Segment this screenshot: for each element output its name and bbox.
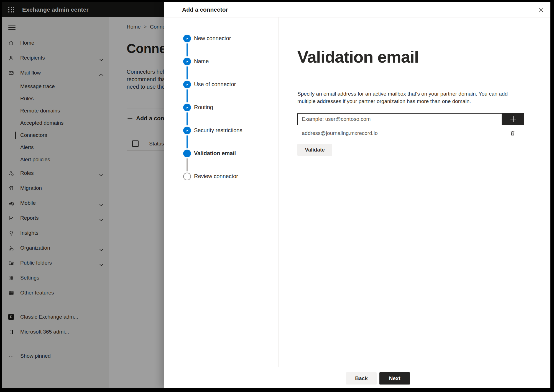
app-window: Exchange admin center Home Recipients Ma… [2, 2, 550, 388]
step-completed-icon [183, 81, 191, 88]
step-connector-line [187, 135, 188, 148]
plus-icon [509, 115, 517, 123]
step-security-restrictions: Security restrictions [164, 119, 278, 142]
step-content: Validation email Specify an email addres… [279, 17, 550, 367]
step-use-of-connector: Use of connector [164, 73, 278, 96]
add-connector-flyout: Add a connector New connector Name [164, 2, 550, 388]
step-upcoming-icon [183, 173, 191, 180]
step-review-connector: Review connector [164, 165, 278, 188]
delete-address-button[interactable] [508, 129, 517, 138]
step-completed-icon [183, 127, 191, 134]
step-routing: Routing [164, 96, 278, 119]
step-connector-line [187, 89, 188, 103]
step-label: Routing [194, 104, 213, 111]
email-input-row [297, 113, 524, 125]
step-description: Specify an email address for an active m… [297, 90, 519, 105]
step-connector-line [187, 43, 188, 57]
step-connector-line [187, 158, 188, 171]
wizard-stepper: New connector Name Use of connector [164, 17, 279, 367]
flyout-header: Add a connector [164, 2, 550, 17]
step-connector-line [187, 66, 188, 80]
step-label: Use of connector [194, 81, 236, 88]
screenshot-frame: Exchange admin center Home Recipients Ma… [0, 0, 554, 392]
flyout-footer: Back Next [164, 367, 550, 388]
trash-icon [509, 130, 516, 136]
email-input[interactable] [297, 113, 502, 125]
add-address-button[interactable] [502, 113, 524, 125]
flyout-body: New connector Name Use of connector [164, 17, 550, 367]
step-name: Name [164, 50, 278, 73]
step-completed-icon [183, 58, 191, 65]
address-email: address@journaling.mxrecord.io [302, 130, 378, 136]
next-button[interactable]: Next [379, 372, 410, 385]
step-connector-line [187, 112, 188, 125]
flyout-title: Add a connector [182, 6, 228, 13]
back-button[interactable]: Back [346, 372, 377, 385]
step-current-icon [183, 150, 191, 157]
step-validation-email: Validation email [164, 142, 278, 165]
step-completed-icon [183, 35, 191, 42]
validate-button[interactable]: Validate [297, 144, 332, 156]
step-label: Security restrictions [194, 127, 242, 134]
step-label: Name [194, 58, 209, 65]
step-label: Review connector [194, 173, 238, 180]
step-completed-icon [183, 104, 191, 111]
address-list-item: address@journaling.mxrecord.io [297, 125, 524, 141]
step-heading: Validation email [297, 49, 419, 65]
step-new-connector: New connector [164, 27, 278, 50]
close-button[interactable] [535, 4, 547, 16]
close-icon [538, 7, 544, 13]
step-label: New connector [194, 35, 231, 42]
step-label: Validation email [194, 150, 236, 157]
